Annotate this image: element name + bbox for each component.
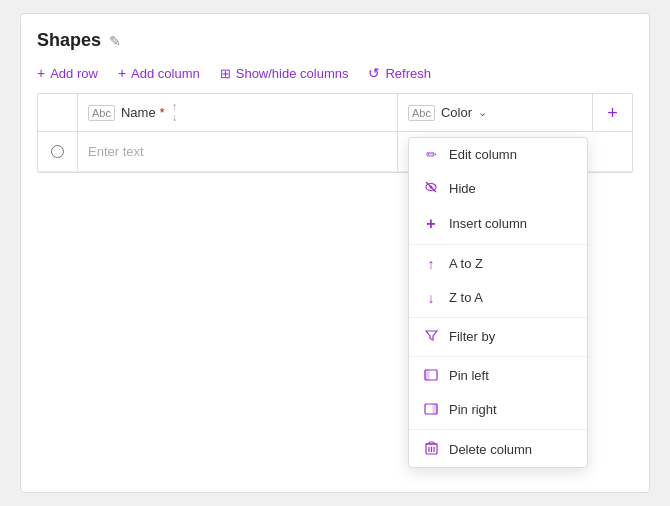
name-cell[interactable]: Enter text bbox=[78, 132, 398, 171]
color-type-icon: Abc bbox=[408, 105, 435, 121]
divider-2 bbox=[409, 317, 587, 318]
color-column-header: Abc Color ⌄ ✏ Edit column bbox=[398, 94, 592, 131]
insert-column-label: Insert column bbox=[449, 216, 527, 231]
required-indicator: * bbox=[160, 106, 165, 120]
color-col-label: Color bbox=[441, 105, 472, 120]
menu-item-edit-column[interactable]: ✏ Edit column bbox=[409, 138, 587, 171]
z-to-a-icon: ↓ bbox=[423, 290, 439, 306]
table-header: Abc Name * ↑ ↓ Abc Color ⌄ bbox=[38, 94, 632, 132]
color-col-wrap: Abc Color ⌄ ✏ Edit column bbox=[408, 105, 487, 121]
name-placeholder: Enter text bbox=[88, 144, 144, 159]
divider-1 bbox=[409, 244, 587, 245]
name-label-text: Name bbox=[121, 105, 156, 120]
refresh-button[interactable]: ↺ Refresh bbox=[368, 65, 431, 81]
svg-rect-4 bbox=[425, 370, 429, 380]
data-table: Abc Name * ↑ ↓ Abc Color ⌄ bbox=[37, 93, 633, 173]
plus-icon: + bbox=[37, 65, 45, 81]
menu-item-pin-right[interactable]: Pin right bbox=[409, 393, 587, 427]
pin-right-icon bbox=[423, 402, 439, 418]
menu-item-insert-column[interactable]: + Insert column bbox=[409, 206, 587, 242]
sort-desc-icon[interactable]: ↓ bbox=[172, 113, 177, 123]
panel-title: Shapes bbox=[37, 30, 101, 51]
menu-item-filter-by[interactable]: Filter by bbox=[409, 320, 587, 354]
panel-header: Shapes ✎ bbox=[37, 30, 633, 51]
name-column-header: Abc Name * ↑ ↓ bbox=[78, 94, 398, 131]
edit-title-icon[interactable]: ✎ bbox=[109, 33, 121, 49]
column-context-menu: ✏ Edit column Hide bbox=[408, 137, 588, 468]
pin-left-icon bbox=[423, 368, 439, 384]
z-to-a-label: Z to A bbox=[449, 290, 483, 305]
sort-asc-icon[interactable]: ↑ bbox=[172, 102, 177, 112]
row-radio[interactable] bbox=[51, 145, 64, 158]
divider-4 bbox=[409, 429, 587, 430]
plus-icon-2: + bbox=[118, 65, 126, 81]
add-column-label: Add column bbox=[131, 66, 200, 81]
show-hide-button[interactable]: ⊞ Show/hide columns bbox=[220, 66, 349, 81]
add-row-button[interactable]: + Add row bbox=[37, 65, 98, 81]
filter-by-icon bbox=[423, 329, 439, 345]
row-checkbox-cell[interactable] bbox=[38, 132, 78, 171]
menu-item-z-to-a[interactable]: ↓ Z to A bbox=[409, 281, 587, 315]
edit-column-icon: ✏ bbox=[423, 147, 439, 162]
name-type-icon: Abc bbox=[88, 105, 115, 121]
pin-left-label: Pin left bbox=[449, 368, 489, 383]
menu-item-a-to-z[interactable]: ↑ A to Z bbox=[409, 247, 587, 281]
color-dropdown-arrow[interactable]: ⌄ bbox=[478, 106, 487, 119]
show-hide-icon: ⊞ bbox=[220, 66, 231, 81]
menu-item-delete-column[interactable]: Delete column bbox=[409, 432, 587, 467]
name-col-label: Name * bbox=[121, 105, 164, 120]
hide-icon bbox=[423, 180, 439, 197]
a-to-z-icon: ↑ bbox=[423, 256, 439, 272]
delete-column-icon bbox=[423, 441, 439, 458]
menu-item-hide[interactable]: Hide bbox=[409, 171, 587, 206]
refresh-label: Refresh bbox=[385, 66, 431, 81]
add-column-button[interactable]: + Add column bbox=[118, 65, 200, 81]
toolbar: + Add row + Add column ⊞ Show/hide colum… bbox=[37, 65, 633, 81]
hide-label: Hide bbox=[449, 181, 476, 196]
add-col-plus-icon: + bbox=[607, 104, 618, 122]
pin-right-label: Pin right bbox=[449, 402, 497, 417]
divider-3 bbox=[409, 356, 587, 357]
show-hide-label: Show/hide columns bbox=[236, 66, 349, 81]
add-row-label: Add row bbox=[50, 66, 98, 81]
filter-by-label: Filter by bbox=[449, 329, 495, 344]
insert-column-icon: + bbox=[423, 215, 439, 233]
color-label-text: Color bbox=[441, 105, 472, 120]
edit-column-label: Edit column bbox=[449, 147, 517, 162]
add-column-btn[interactable]: + bbox=[592, 94, 632, 131]
sort-icons[interactable]: ↑ ↓ bbox=[172, 102, 177, 123]
svg-rect-6 bbox=[433, 404, 437, 414]
header-checkbox-cell bbox=[38, 94, 78, 131]
a-to-z-label: A to Z bbox=[449, 256, 483, 271]
delete-column-label: Delete column bbox=[449, 442, 532, 457]
menu-item-pin-left[interactable]: Pin left bbox=[409, 359, 587, 393]
shapes-panel: Shapes ✎ + Add row + Add column ⊞ Show/h… bbox=[20, 13, 650, 493]
refresh-icon: ↺ bbox=[368, 65, 380, 81]
